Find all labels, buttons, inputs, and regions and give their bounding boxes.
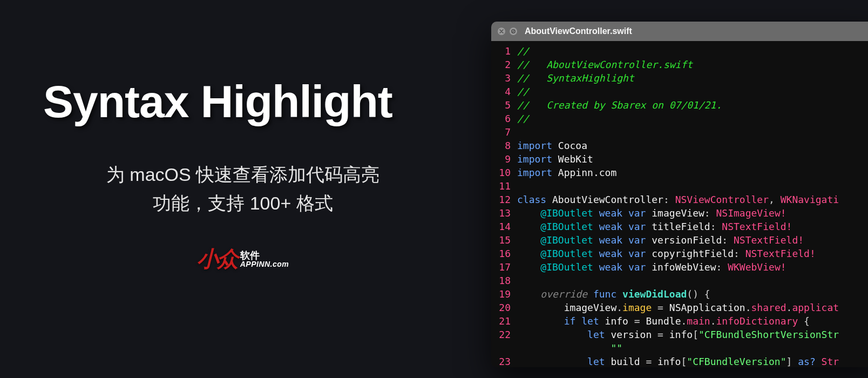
code-content: @IBOutlet weak var titleField: NSTextFie…	[517, 220, 868, 233]
logo-cn-text: 软件	[240, 251, 289, 260]
line-number: 15	[491, 233, 517, 247]
code-content: class AboutViewController: NSViewControl…	[517, 193, 868, 206]
brand-logo: 小众 软件 APPINN.com	[43, 244, 443, 274]
subtitle-line-1: 为 macOS 快速查看添加代码高亮	[43, 160, 443, 189]
code-line: ""	[491, 341, 868, 355]
line-number: 12	[491, 193, 517, 206]
line-number: 6	[491, 112, 517, 125]
line-number: 2	[491, 58, 517, 71]
code-line: 22 let version = info["CFBundleShortVers…	[491, 328, 868, 341]
code-content: // Created by Sbarex on 07/01/21.	[517, 98, 868, 112]
line-number: 23	[491, 355, 517, 367]
line-number: 21	[491, 314, 517, 328]
hero-panel: Syntax Highlight 为 macOS 快速查看添加代码高亮 功能，支…	[43, 76, 443, 274]
code-line: 4//	[491, 85, 868, 98]
code-content: @IBOutlet weak var copyrightField: NSTex…	[517, 247, 868, 260]
code-line: 14 @IBOutlet weak var titleField: NSText…	[491, 220, 868, 233]
line-number: 4	[491, 85, 517, 98]
code-content: import Appinn.com	[517, 166, 868, 179]
code-line: 2// AboutViewController.swift	[491, 58, 868, 71]
code-line: 7	[491, 125, 868, 139]
code-content	[517, 179, 868, 193]
code-line: 20 imageView.image = NSApplication.share…	[491, 301, 868, 314]
code-content: import Cocoa	[517, 139, 868, 152]
code-content: //	[517, 44, 868, 58]
code-content: ""	[517, 341, 868, 355]
code-editor: 1//2// AboutViewController.swift3// Synt…	[491, 41, 868, 367]
code-line: 8import Cocoa	[491, 139, 868, 152]
code-line: 17 @IBOutlet weak var infoWebView: WKWeb…	[491, 260, 868, 274]
logo-en-text: APPINN.com	[240, 260, 289, 268]
code-line: 21 if let info = Bundle.main.infoDiction…	[491, 314, 868, 328]
code-line: 16 @IBOutlet weak var copyrightField: NS…	[491, 247, 868, 260]
line-number: 18	[491, 274, 517, 287]
code-content	[517, 274, 868, 287]
code-content: override func viewDidLoad() {	[517, 287, 868, 301]
code-content: let version = info["CFBundleShortVersion…	[517, 328, 868, 341]
window-titlebar[interactable]: AboutViewController.swift	[491, 22, 868, 41]
line-number: 17	[491, 260, 517, 274]
line-number: 1	[491, 44, 517, 58]
code-line: 1//	[491, 44, 868, 58]
window-title: AboutViewController.swift	[525, 26, 632, 36]
code-content: //	[517, 85, 868, 98]
code-window: AboutViewController.swift 1//2// AboutVi…	[491, 22, 868, 367]
line-number: 8	[491, 139, 517, 152]
line-number: 19	[491, 287, 517, 301]
line-number: 13	[491, 206, 517, 220]
code-content: imageView.image = NSApplication.shared.a…	[517, 301, 868, 314]
code-line: 12class AboutViewController: NSViewContr…	[491, 193, 868, 206]
line-number: 3	[491, 71, 517, 85]
close-icon[interactable]	[498, 28, 505, 35]
line-number: 16	[491, 247, 517, 260]
code-line: 18	[491, 274, 868, 287]
minimize-icon[interactable]	[510, 28, 517, 35]
code-content: import WebKit	[517, 152, 868, 166]
line-number: 10	[491, 166, 517, 179]
code-content: let build = info["CFBundleVersion"] as? …	[517, 355, 868, 367]
line-number: 9	[491, 152, 517, 166]
line-number: 7	[491, 125, 517, 139]
code-line: 23 let build = info["CFBundleVersion"] a…	[491, 355, 868, 367]
code-line: 9import WebKit	[491, 152, 868, 166]
subtitle-line-2: 功能，支持 100+ 格式	[43, 189, 443, 218]
code-line: 13 @IBOutlet weak var imageView: NSImage…	[491, 206, 868, 220]
line-number: 11	[491, 179, 517, 193]
logo-mark: 小众	[197, 244, 237, 274]
line-number: 5	[491, 98, 517, 112]
code-content: // AboutViewController.swift	[517, 58, 868, 71]
code-content: if let info = Bundle.main.infoDictionary…	[517, 314, 868, 328]
page-title: Syntax Highlight	[43, 76, 443, 128]
code-line: 5// Created by Sbarex on 07/01/21.	[491, 98, 868, 112]
code-line: 10import Appinn.com	[491, 166, 868, 179]
code-content: @IBOutlet weak var imageView: NSImageVie…	[517, 206, 868, 220]
code-content	[517, 125, 868, 139]
subtitle: 为 macOS 快速查看添加代码高亮 功能，支持 100+ 格式	[43, 160, 443, 217]
line-number: 14	[491, 220, 517, 233]
code-content: @IBOutlet weak var versionField: NSTextF…	[517, 233, 868, 247]
code-content: @IBOutlet weak var infoWebView: WKWebVie…	[517, 260, 868, 274]
line-number: 22	[491, 328, 517, 341]
line-number: 20	[491, 301, 517, 314]
code-line: 3// SyntaxHighlight	[491, 71, 868, 85]
code-content: // SyntaxHighlight	[517, 71, 868, 85]
code-content: //	[517, 112, 868, 125]
code-line: 19 override func viewDidLoad() {	[491, 287, 868, 301]
code-line: 6//	[491, 112, 868, 125]
code-line: 11	[491, 179, 868, 193]
code-line: 15 @IBOutlet weak var versionField: NSTe…	[491, 233, 868, 247]
line-number	[491, 341, 517, 355]
